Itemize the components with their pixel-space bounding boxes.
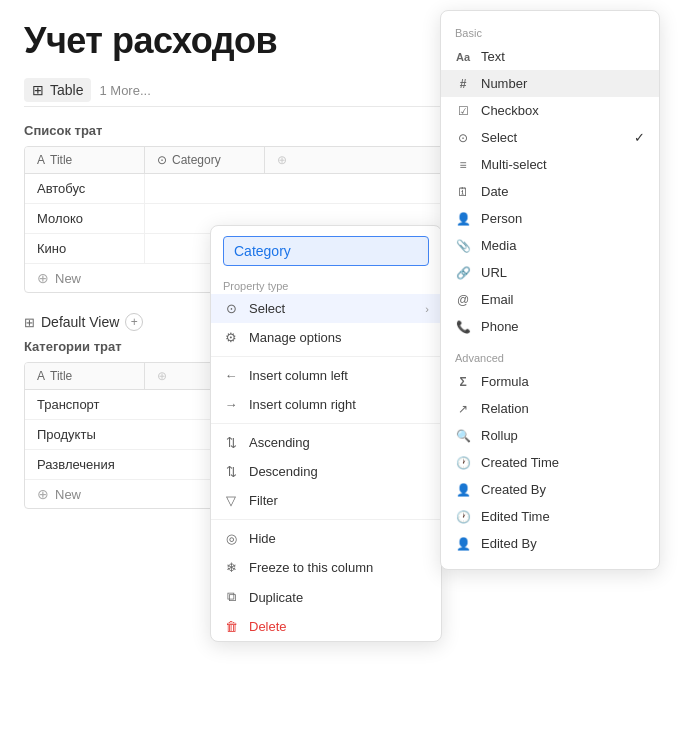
select-arrow-icon: ›	[425, 303, 429, 315]
phone-type-icon: 📞	[455, 320, 471, 334]
new-row-label-1: New	[55, 271, 81, 286]
created-by-label: Created By	[481, 482, 546, 497]
cell-title-1[interactable]: Автобус	[25, 174, 145, 203]
cell-cat-1[interactable]	[145, 174, 265, 203]
menu-item-duplicate[interactable]: ⧉ Duplicate	[211, 582, 441, 612]
category-col-label: Category	[172, 153, 221, 167]
pd-item-edited-time[interactable]: 🕐 Edited Time	[441, 503, 659, 530]
multi-select-type-icon: ≡	[455, 158, 471, 172]
divider-2	[211, 423, 441, 424]
text-type-label: Text	[481, 49, 505, 64]
url-type-label: URL	[481, 265, 507, 280]
select-label: Select	[249, 301, 285, 316]
pd-item-created-by[interactable]: 👤 Created By	[441, 476, 659, 503]
pd-item-text[interactable]: Aa Text	[441, 43, 659, 70]
advanced-label: Advanced	[441, 348, 659, 368]
freeze-icon: ❄	[223, 560, 239, 575]
date-type-label: Date	[481, 184, 508, 199]
pd-item-formula[interactable]: Σ Formula	[441, 368, 659, 395]
menu-item-insert-right[interactable]: → Insert column right	[211, 390, 441, 419]
col-header-title-2[interactable]: A Title	[25, 363, 145, 389]
title-col-label-2: Title	[50, 369, 72, 383]
add-view-btn[interactable]: +	[125, 313, 143, 331]
email-type-icon: @	[455, 293, 471, 307]
menu-item-select[interactable]: ⊙ Select ›	[211, 294, 441, 323]
edited-by-label: Edited By	[481, 536, 537, 551]
select-icon: ⊙	[223, 301, 239, 316]
filter-icon: ▽	[223, 493, 239, 508]
cell-title-s2-2[interactable]: Продукты	[25, 420, 145, 449]
table-icon: ⊞	[32, 82, 44, 98]
menu-item-filter[interactable]: ▽ Filter	[211, 486, 441, 515]
menu-item-manage-options[interactable]: ⚙ Manage options	[211, 323, 441, 352]
pd-item-checkbox[interactable]: ☑ Checkbox	[441, 97, 659, 124]
insert-left-label: Insert column left	[249, 368, 348, 383]
pd-item-person[interactable]: 👤 Person	[441, 205, 659, 232]
manage-options-label: Manage options	[249, 330, 342, 345]
text-type-icon: Aa	[455, 51, 471, 63]
cell-title-s2-3[interactable]: Развлечения	[25, 450, 145, 479]
title-col-label: Title	[50, 153, 72, 167]
plus-icon-1: ⊕	[37, 270, 49, 286]
col-header-extra-2: ⊕	[145, 363, 185, 389]
filter-label: Filter	[249, 493, 278, 508]
column-name-input[interactable]	[223, 236, 429, 266]
duplicate-icon: ⧉	[223, 589, 239, 605]
menu-item-insert-left[interactable]: ← Insert column left	[211, 361, 441, 390]
cell-title-2[interactable]: Молоко	[25, 204, 145, 233]
created-by-icon: 👤	[455, 483, 471, 497]
col-header-title[interactable]: A Title	[25, 147, 145, 173]
duplicate-label: Duplicate	[249, 590, 303, 605]
person-type-label: Person	[481, 211, 522, 226]
tab-table[interactable]: ⊞ Table	[24, 78, 91, 102]
tab-more[interactable]: 1 More...	[99, 83, 150, 98]
url-type-icon: 🔗	[455, 266, 471, 280]
pd-item-number[interactable]: # Number	[441, 70, 659, 97]
number-type-label: Number	[481, 76, 527, 91]
freeze-label: Freeze to this column	[249, 560, 373, 575]
checkbox-type-icon: ☑	[455, 104, 471, 118]
context-menu: Property type ⊙ Select › ⚙ Manage option…	[210, 225, 442, 642]
menu-item-hide[interactable]: ◎ Hide	[211, 524, 441, 553]
divider-1	[211, 356, 441, 357]
pd-item-select[interactable]: ⊙ Select ✓	[441, 124, 659, 151]
property-type-label: Property type	[211, 274, 441, 294]
relation-type-label: Relation	[481, 401, 529, 416]
select-type-label: Select	[481, 130, 517, 145]
title-col-icon-2: A	[37, 369, 45, 383]
multi-select-type-label: Multi-select	[481, 157, 547, 172]
menu-item-descending[interactable]: ⇅ Descending	[211, 457, 441, 486]
menu-item-delete[interactable]: 🗑 Delete	[211, 612, 441, 641]
pd-item-date[interactable]: 🗓 Date	[441, 178, 659, 205]
pd-item-rollup[interactable]: 🔍 Rollup	[441, 422, 659, 449]
cell-title-3[interactable]: Кино	[25, 234, 145, 263]
rollup-type-icon: 🔍	[455, 429, 471, 443]
pd-item-relation[interactable]: ↗ Relation	[441, 395, 659, 422]
plus-icon-2: ⊕	[37, 486, 49, 502]
pd-item-url[interactable]: 🔗 URL	[441, 259, 659, 286]
pd-item-email[interactable]: @ Email	[441, 286, 659, 313]
select-check-icon: ✓	[634, 130, 645, 145]
email-type-label: Email	[481, 292, 514, 307]
formula-type-label: Formula	[481, 374, 529, 389]
pd-item-created-time[interactable]: 🕐 Created Time	[441, 449, 659, 476]
formula-type-icon: Σ	[455, 375, 471, 389]
pd-item-phone[interactable]: 📞 Phone	[441, 313, 659, 340]
new-row-label-2: New	[55, 487, 81, 502]
divider-3	[211, 519, 441, 520]
person-type-icon: 👤	[455, 212, 471, 226]
edited-time-label: Edited Time	[481, 509, 550, 524]
relation-type-icon: ↗	[455, 402, 471, 416]
pd-item-edited-by[interactable]: 👤 Edited By	[441, 530, 659, 557]
col-header-category[interactable]: ⊙ Category	[145, 147, 265, 173]
cell-title-s2-1[interactable]: Транспорт	[25, 390, 145, 419]
menu-item-freeze[interactable]: ❄ Freeze to this column	[211, 553, 441, 582]
menu-item-ascending[interactable]: ⇅ Ascending	[211, 428, 441, 457]
date-type-icon: 🗓	[455, 185, 471, 199]
hide-icon: ◎	[223, 531, 239, 546]
ascending-icon: ⇅	[223, 435, 239, 450]
pd-item-multi-select[interactable]: ≡ Multi-select	[441, 151, 659, 178]
pd-item-media[interactable]: 📎 Media	[441, 232, 659, 259]
context-menu-header	[211, 226, 441, 274]
advanced-section: Advanced Σ Formula ↗ Relation 🔍 Rollup 🕐…	[441, 344, 659, 561]
